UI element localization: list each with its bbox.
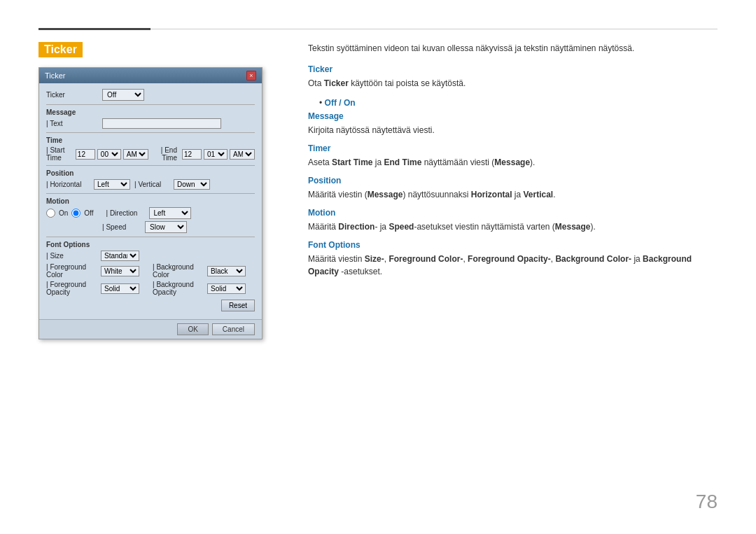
direction-select[interactable]: LeftRight [149, 207, 191, 219]
top-decorative-lines [0, 28, 756, 30]
heading-ticker: Ticker [308, 64, 718, 74]
divider-5 [46, 237, 255, 237]
vertical-label: | Vertical [134, 181, 169, 188]
dialog-titlebar: Ticker × [39, 68, 262, 83]
direction-label: | Direction [106, 209, 147, 217]
message-input[interactable] [102, 118, 221, 129]
size-select[interactable]: Standard [101, 251, 139, 261]
motion-row: On Off | Direction LeftRight [46, 207, 255, 219]
ticker-row: Ticker Off On [46, 89, 255, 101]
divider-1 [46, 104, 255, 105]
position-row: | Horizontal LeftRight | Vertical DownUp [46, 179, 255, 190]
section-ticker: Ticker Ota Ticker käyttöön tai poista se… [308, 64, 718, 109]
start-time-ampm[interactable]: AMPM [123, 149, 148, 160]
bg-color-row: | Background Color Black [153, 263, 255, 279]
speed-select[interactable]: SlowMediumFast [145, 221, 187, 233]
speed-row: | Speed SlowMediumFast [46, 221, 255, 233]
motion-off-radio[interactable] [71, 209, 80, 218]
body-position: Määritä viestin (Message) näyttösuunnaks… [308, 188, 718, 201]
fg-opacity-select[interactable]: Solid [101, 283, 139, 294]
cancel-button[interactable]: Cancel [212, 323, 255, 335]
page-number: 78 [696, 491, 718, 513]
divider-4 [46, 193, 255, 194]
body-motion: Määritä Direction- ja Speed-asetukset vi… [308, 220, 718, 233]
message-field-label: | Text [46, 120, 102, 127]
bg-opacity-row: | Background Opacity Solid [153, 281, 255, 296]
ticker-dialog: Ticker × Ticker Off On Message | Text [38, 67, 262, 339]
message-section-label: Message [46, 108, 255, 116]
time-row: | Start Time 00 AMPM | End Time 01 AMPM [46, 146, 255, 162]
body-message: Kirjoita näytössä näytettävä viesti. [308, 124, 718, 136]
motion-off-label: Off [84, 209, 93, 217]
section-motion: Motion Määritä Direction- ja Speed-asetu… [308, 208, 718, 233]
body-timer: Aseta Start Time ja End Time näyttämään … [308, 156, 718, 169]
intro-text: Tekstin syöttäminen videon tai kuvan oll… [308, 42, 718, 55]
vertical-select[interactable]: DownUp [174, 179, 210, 190]
dialog-close-button[interactable]: × [246, 71, 256, 80]
fg-opacity-label: | Foreground Opacity [46, 281, 99, 296]
heading-timer: Timer [308, 143, 718, 153]
section-font-options: Font Options Määritä viestin Size-, Fore… [308, 240, 718, 278]
bg-opacity-label: | Background Opacity [153, 281, 205, 296]
bullet-ticker: Off / On [319, 97, 718, 109]
size-label: | Size [46, 252, 99, 260]
position-section-label: Position [46, 169, 255, 177]
end-time-hour[interactable] [182, 149, 202, 160]
bg-color-label: | Background Color [153, 263, 205, 279]
top-line-dark [38, 28, 150, 30]
reset-row: Reset [46, 300, 255, 311]
motion-radio-group: On Off [46, 209, 94, 218]
fg-color-row: | Foreground Color White [46, 263, 148, 279]
fg-color-select[interactable]: White [101, 266, 139, 276]
message-row: | Text [46, 118, 255, 129]
horizontal-label: | Horizontal [46, 181, 90, 188]
end-time-minute[interactable]: 01 [204, 149, 227, 160]
divider-2 [46, 132, 255, 133]
heading-font-options: Font Options [308, 240, 718, 250]
heading-motion: Motion [308, 208, 718, 218]
ok-button[interactable]: OK [177, 323, 208, 335]
section-timer: Timer Aseta Start Time ja End Time näytt… [308, 143, 718, 169]
body-ticker: Ota Ticker käyttöön tai poista se käytös… [308, 77, 718, 90]
motion-on-radio[interactable] [46, 209, 55, 218]
section-position: Position Määritä viestin (Message) näytt… [308, 176, 718, 201]
start-time-label: | Start Time [46, 146, 74, 162]
dialog-body: Ticker Off On Message | Text Time | Star… [39, 83, 262, 319]
page-title: Ticker [38, 42, 83, 57]
motion-on-label: On [59, 209, 68, 217]
body-font-options: Määritä viestin Size-, Foreground Color-… [308, 253, 718, 278]
time-section-label: Time [46, 136, 255, 144]
section-message: Message Kirjoita näytössä näytettävä vie… [308, 111, 718, 136]
fg-opacity-row: | Foreground Opacity Solid [46, 281, 148, 296]
font-options-section-label: Font Options [46, 241, 255, 248]
end-time-label: | End Time [150, 146, 180, 162]
font-options-grid: | Size Standard | Foreground Color White… [46, 251, 255, 296]
horizontal-select[interactable]: LeftRight [94, 179, 130, 190]
bg-color-select[interactable]: Black [207, 266, 246, 276]
top-line-light [150, 29, 718, 29]
fg-color-label: | Foreground Color [46, 263, 99, 279]
dialog-footer: OK Cancel [39, 319, 262, 339]
end-time-ampm[interactable]: AMPM [230, 149, 255, 160]
divider-3 [46, 165, 255, 166]
motion-section-label: Motion [46, 197, 255, 205]
ticker-field-label: Ticker [46, 91, 102, 99]
start-time-minute[interactable]: 00 [97, 149, 121, 160]
start-time-hour[interactable] [76, 149, 95, 160]
dialog-title: Ticker [45, 71, 66, 80]
ticker-select[interactable]: Off On [102, 89, 144, 101]
motion-section: On Off | Direction LeftRight | Speed Slo… [46, 207, 255, 233]
speed-label: | Speed [102, 223, 143, 231]
heading-position: Position [308, 176, 718, 185]
reset-button[interactable]: Reset [221, 300, 255, 311]
bg-opacity-select[interactable]: Solid [207, 283, 246, 294]
size-row: | Size Standard [46, 251, 148, 261]
right-column: Tekstin syöttäminen videon tai kuvan oll… [308, 42, 718, 285]
left-column: Ticker Ticker × Ticker Off On Message [38, 42, 298, 339]
heading-message: Message [308, 111, 718, 121]
